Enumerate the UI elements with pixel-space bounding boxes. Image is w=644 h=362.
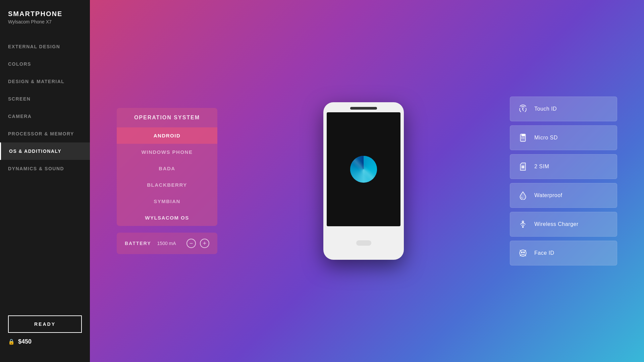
- content-layer: OPERATION SYSTEM ANDROIDWINDOWS PHONEBAD…: [90, 0, 644, 362]
- svg-point-15: [521, 252, 522, 253]
- feature-label-waterproof: Waterproof: [534, 192, 562, 198]
- os-item-blackberry[interactable]: BLACKBERRY: [117, 177, 217, 193]
- sidebar: SMARTPHONE Wylsacom Phone X7 EXTERNAL DE…: [0, 0, 90, 362]
- sim-icon: [517, 161, 529, 173]
- ready-button[interactable]: READY: [8, 315, 82, 333]
- svg-point-3: [360, 166, 367, 173]
- sidebar-item-screen[interactable]: SCREEN: [0, 90, 90, 108]
- feature-item-wireless-charger[interactable]: Wireless Charger: [510, 212, 617, 237]
- phone-container: [323, 102, 404, 260]
- right-panel: Touch IDMicro SD2 SIMWaterproofWireless …: [510, 97, 617, 265]
- svg-rect-5: [522, 137, 523, 138]
- phone-screen: [327, 112, 400, 226]
- os-item-symbian[interactable]: SYMBIAN: [117, 193, 217, 209]
- sidebar-bottom: READY 🔒 $450: [0, 309, 90, 352]
- face-icon: [517, 247, 529, 259]
- main-area: OPERATION SYSTEM ANDROIDWINDOWS PHONEBAD…: [90, 0, 644, 362]
- feature-label-micro-sd: Micro SD: [534, 135, 558, 141]
- svg-line-2: [358, 163, 370, 175]
- brand-title: SMARTPHONE: [8, 10, 82, 18]
- battery-card: BATTERY 1500 mA − +: [117, 233, 217, 254]
- svg-point-16: [524, 252, 525, 253]
- feature-item-micro-sd[interactable]: Micro SD: [510, 125, 617, 150]
- feature-label-touch-id: Touch ID: [534, 106, 557, 112]
- phone-logo: [350, 156, 377, 183]
- os-list: ANDROIDWINDOWS PHONEBADABLACKBERRYSYMBIA…: [117, 127, 217, 226]
- svg-rect-9: [522, 167, 523, 168]
- svg-point-11: [522, 227, 523, 228]
- feature-item-touch-id[interactable]: Touch ID: [510, 97, 617, 121]
- phone-top-bar: [323, 102, 404, 112]
- svg-rect-8: [523, 166, 524, 167]
- os-item-windows-phone[interactable]: WINDOWS PHONE: [117, 144, 217, 160]
- brand-subtitle: Wylsacom Phone X7: [8, 19, 82, 24]
- os-card: OPERATION SYSTEM ANDROIDWINDOWS PHONEBAD…: [117, 108, 217, 226]
- price-label: $450: [18, 338, 32, 345]
- logo-svg: [354, 159, 374, 179]
- sidebar-item-processor-memory[interactable]: PROCESSOR & MEMORY: [0, 125, 90, 142]
- lock-icon: 🔒: [8, 339, 15, 345]
- battery-plus-button[interactable]: +: [200, 239, 209, 248]
- feature-item-waterproof[interactable]: Waterproof: [510, 183, 617, 208]
- os-card-header: OPERATION SYSTEM: [117, 108, 217, 127]
- phone-home-button[interactable]: [356, 240, 371, 246]
- sidebar-item-external-design[interactable]: EXTERNAL DESIGN: [0, 38, 90, 55]
- sidebar-nav: EXTERNAL DESIGNCOLORSDESIGN & MATERIALSC…: [0, 38, 90, 309]
- price-row: 🔒 $450: [8, 338, 82, 345]
- phone-home-area: [356, 226, 371, 260]
- svg-rect-6: [523, 137, 524, 138]
- os-item-bada[interactable]: BADA: [117, 160, 217, 177]
- os-item-android[interactable]: ANDROID: [117, 127, 217, 144]
- fingerprint-icon: [517, 103, 529, 115]
- sidebar-item-camera[interactable]: CAMERA: [0, 108, 90, 125]
- sidebar-item-os-additionaly[interactable]: OS & ADDITIONALY: [0, 142, 90, 160]
- water-icon: [517, 189, 529, 201]
- svg-point-0: [354, 159, 374, 179]
- svg-line-1: [358, 163, 370, 175]
- battery-controls: − +: [186, 239, 209, 248]
- wireless-icon: [517, 218, 529, 230]
- sidebar-item-design-material[interactable]: DESIGN & MATERIAL: [0, 73, 90, 90]
- svg-rect-10: [523, 167, 524, 168]
- battery-value: 1500 mA: [157, 241, 176, 246]
- sidebar-brand: SMARTPHONE Wylsacom Phone X7: [0, 10, 90, 38]
- sidebar-item-colors[interactable]: COLORS: [0, 55, 90, 73]
- sidebar-item-dynamics-sound[interactable]: DYNAMICS & SOUND: [0, 160, 90, 177]
- battery-label: BATTERY: [125, 241, 151, 246]
- svg-rect-7: [522, 166, 523, 167]
- feature-label-2-sim: 2 SIM: [534, 164, 549, 170]
- sd-card-icon: [517, 132, 529, 144]
- phone-speaker: [350, 107, 377, 110]
- battery-minus-button[interactable]: −: [186, 239, 196, 248]
- feature-label-face-id: Face ID: [534, 250, 554, 256]
- feature-item-face-id[interactable]: Face ID: [510, 241, 617, 265]
- phone-mockup: [323, 102, 404, 260]
- feature-item-2-sim[interactable]: 2 SIM: [510, 154, 617, 179]
- os-item-wylsacom-os[interactable]: Wylsacom OS: [117, 209, 217, 226]
- feature-label-wireless-charger: Wireless Charger: [534, 221, 579, 227]
- svg-rect-12: [522, 221, 524, 223]
- left-panel: OPERATION SYSTEM ANDROIDWINDOWS PHONEBAD…: [117, 108, 217, 254]
